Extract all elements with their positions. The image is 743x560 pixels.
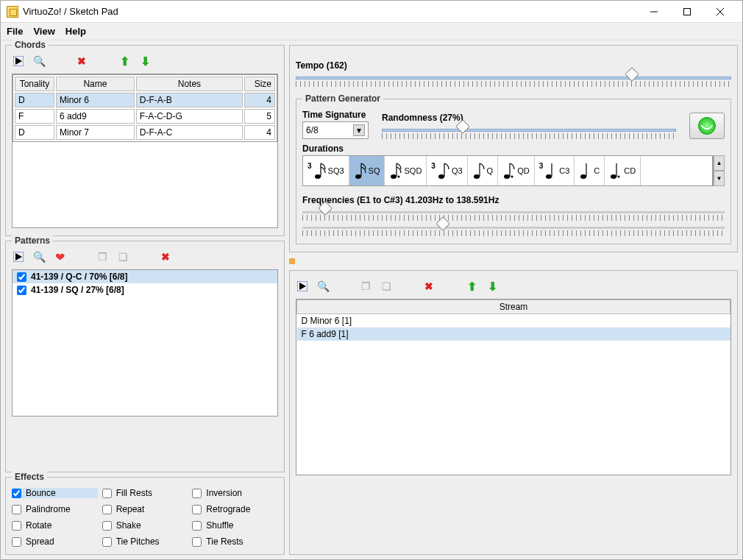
- effect-tie-pitches[interactable]: Tie Pitches: [102, 536, 188, 547]
- effect-checkbox[interactable]: [102, 537, 112, 547]
- duration-sq[interactable]: SQ: [349, 156, 385, 185]
- effect-checkbox[interactable]: [12, 521, 21, 531]
- effect-shake[interactable]: Shake: [102, 520, 188, 531]
- timesig-select[interactable]: 6/8 ▾: [302, 121, 369, 139]
- effect-fill-rests[interactable]: Fill Rests: [102, 488, 188, 498]
- chords-legend: Chords: [12, 40, 49, 50]
- effect-bounce[interactable]: Bounce: [12, 488, 98, 498]
- stream-table[interactable]: Stream D Minor 6 [1] F 6 add9 [1]: [296, 299, 731, 475]
- svg-point-14: [398, 176, 400, 178]
- effect-checkbox[interactable]: [12, 537, 21, 547]
- list-item[interactable]: 41-139 / SQ / 27% [6/8]: [13, 283, 277, 297]
- chords-table[interactable]: Tonality Name Notes Size D Minor 6 D-F-A…: [13, 74, 277, 142]
- duration-label: C3: [559, 166, 569, 175]
- effect-checkbox[interactable]: [102, 489, 112, 498]
- svg-line-3: [717, 8, 724, 15]
- duration-sqd[interactable]: SQD: [385, 156, 427, 185]
- search-icon[interactable]: 🔍: [316, 280, 330, 293]
- search-icon[interactable]: 🔍: [32, 54, 46, 68]
- menu-bar: File View Help: [1, 23, 742, 40]
- effect-palindrome[interactable]: Palindrome: [12, 504, 98, 514]
- durations-scroll[interactable]: ▲▼: [713, 155, 725, 186]
- stream-header[interactable]: Stream: [297, 300, 730, 314]
- move-down-icon[interactable]: ⬇: [486, 280, 499, 293]
- pattern-label: 41-139 / Q-C / 70% [6/8]: [31, 272, 127, 282]
- table-row[interactable]: D Minor 6 D-F-A-B 4: [15, 93, 275, 107]
- col-name[interactable]: Name: [56, 77, 135, 91]
- duration-q3[interactable]: 3Q3: [427, 156, 467, 185]
- delete-icon[interactable]: ✖: [422, 280, 436, 293]
- duration-qd[interactable]: QD: [498, 156, 535, 185]
- col-tonality[interactable]: Tonality: [15, 77, 54, 91]
- effect-label: Retrograde: [206, 504, 250, 514]
- menu-help[interactable]: Help: [65, 26, 86, 37]
- col-size[interactable]: Size: [244, 77, 275, 91]
- paste-icon[interactable]: ❏: [380, 280, 393, 293]
- minimize-button[interactable]: [637, 1, 670, 22]
- chevron-down-icon: ▾: [353, 124, 365, 136]
- play-icon[interactable]: [12, 54, 25, 68]
- frequencies-label: Frequencies (E1 to C#3) 41.203Hz to 138.…: [302, 195, 725, 205]
- effect-retrograde[interactable]: Retrograde: [192, 504, 278, 514]
- svg-point-10: [355, 174, 361, 179]
- tempo-label: Tempo (162): [296, 60, 731, 71]
- duration-c3[interactable]: 3C3: [535, 156, 575, 185]
- effect-checkbox[interactable]: [102, 521, 112, 531]
- durations-picker[interactable]: 3SQ3SQSQD3Q3QQD3C3CCD: [302, 155, 713, 186]
- col-notes[interactable]: Notes: [136, 77, 243, 91]
- paste-icon[interactable]: ❏: [116, 250, 129, 263]
- effect-shuffle[interactable]: Shuffle: [192, 520, 278, 531]
- effect-checkbox[interactable]: [192, 521, 202, 531]
- table-row[interactable]: F 6 add9 [1]: [297, 327, 730, 341]
- table-row[interactable]: F 6 add9 F-A-C-D-G 5: [15, 109, 275, 124]
- freq-low-slider[interactable]: [302, 211, 725, 221]
- duration-label: SQ3: [328, 166, 344, 175]
- favorite-icon[interactable]: ❤: [53, 250, 66, 263]
- effect-repeat[interactable]: Repeat: [102, 504, 188, 514]
- svg-point-15: [438, 174, 444, 179]
- menu-file[interactable]: File: [7, 26, 23, 37]
- copy-icon[interactable]: ❐: [96, 250, 109, 263]
- duration-q[interactable]: Q: [468, 156, 499, 185]
- maximize-button[interactable]: [670, 1, 703, 22]
- effect-checkbox[interactable]: [12, 489, 21, 498]
- effect-checkbox[interactable]: [102, 505, 112, 514]
- generate-button[interactable]: [689, 113, 725, 139]
- table-row[interactable]: D Minor 7 D-F-A-C 4: [15, 125, 275, 140]
- timesig-label: Time Signature: [302, 110, 369, 120]
- list-item[interactable]: 41-139 / Q-C / 70% [6/8]: [13, 270, 277, 283]
- effect-tie-rests[interactable]: Tie Rests: [192, 536, 278, 547]
- effect-inversion[interactable]: Inversion: [192, 488, 278, 498]
- copy-icon[interactable]: ❐: [359, 280, 372, 293]
- freq-high-slider[interactable]: [302, 227, 725, 236]
- duration-c[interactable]: C: [575, 156, 605, 185]
- play-icon[interactable]: [296, 280, 309, 293]
- close-button[interactable]: [703, 1, 736, 22]
- svg-point-19: [504, 174, 510, 179]
- move-down-icon[interactable]: ⬇: [138, 54, 152, 68]
- effect-checkbox[interactable]: [192, 489, 202, 498]
- duration-cd[interactable]: CD: [605, 156, 641, 185]
- move-up-icon[interactable]: ⬆: [118, 54, 131, 68]
- search-icon[interactable]: 🔍: [32, 250, 46, 263]
- tempo-slider[interactable]: [296, 77, 731, 87]
- move-up-icon[interactable]: ⬆: [465, 280, 478, 293]
- menu-view[interactable]: View: [33, 26, 54, 37]
- table-row[interactable]: D Minor 6 [1]: [297, 314, 730, 328]
- randomness-slider[interactable]: [382, 129, 676, 139]
- effect-checkbox[interactable]: [192, 537, 202, 547]
- svg-marker-7: [15, 253, 22, 260]
- effect-checkbox[interactable]: [192, 505, 202, 514]
- delete-icon[interactable]: ✖: [159, 250, 172, 263]
- effect-checkbox[interactable]: [12, 505, 21, 514]
- patterns-group: Patterns 🔍 ❤ ❐ ❏ ✖ 41-139 / Q-C / 70% [6…: [5, 241, 285, 472]
- pattern-checkbox[interactable]: [17, 272, 26, 282]
- duration-sq3[interactable]: 3SQ3: [303, 156, 349, 185]
- pattern-checkbox[interactable]: [17, 286, 26, 295]
- effect-rotate[interactable]: Rotate: [12, 520, 98, 531]
- effect-spread[interactable]: Spread: [12, 536, 98, 547]
- delete-icon[interactable]: ✖: [75, 54, 88, 68]
- svg-point-26: [611, 174, 616, 179]
- patterns-list[interactable]: 41-139 / Q-C / 70% [6/8] 41-139 / SQ / 2…: [12, 269, 278, 417]
- play-icon[interactable]: [12, 250, 25, 263]
